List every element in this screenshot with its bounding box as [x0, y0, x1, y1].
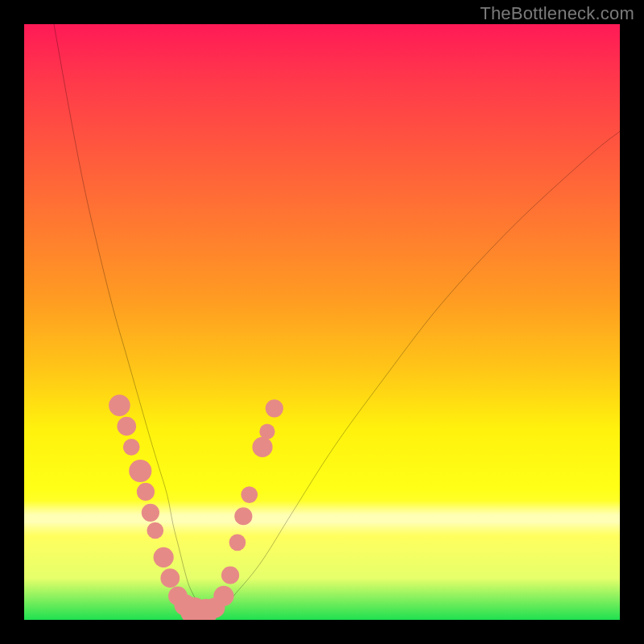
data-marker — [234, 507, 252, 525]
plot-area — [24, 24, 620, 620]
data-marker — [221, 566, 239, 584]
data-marker — [123, 439, 140, 456]
data-marker — [160, 568, 180, 588]
data-marker — [213, 586, 233, 606]
data-marker — [259, 424, 275, 440]
data-marker — [147, 522, 163, 539]
data-marker — [229, 534, 246, 551]
watermark-label: TheBottleneck.com — [480, 3, 634, 24]
data-marker — [109, 394, 130, 416]
data-marker — [142, 504, 159, 522]
data-marker — [154, 547, 174, 568]
data-markers — [109, 394, 283, 620]
chart-svg — [24, 24, 620, 620]
data-marker — [137, 483, 155, 501]
data-marker — [129, 460, 151, 482]
data-marker — [117, 417, 136, 436]
bottleneck-curve — [54, 24, 620, 610]
data-marker — [252, 437, 272, 457]
chart-frame: TheBottleneck.com — [0, 0, 644, 644]
data-marker — [266, 399, 283, 417]
data-marker — [241, 486, 258, 503]
